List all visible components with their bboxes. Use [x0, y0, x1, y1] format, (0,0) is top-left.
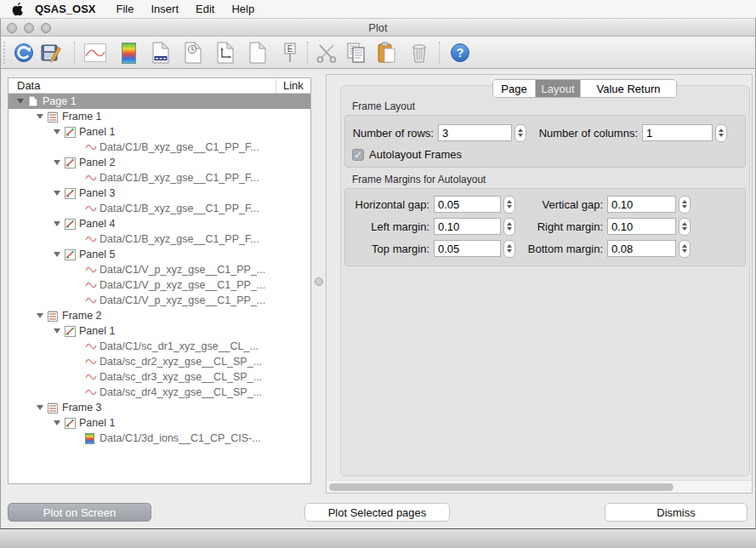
frame-icon — [48, 311, 62, 322]
tree-row[interactable]: Frame 3 — [9, 400, 310, 415]
tree-row[interactable]: Data/C1/B_xyz_gse__C1_PP_F... — [9, 170, 310, 186]
tree-row[interactable]: Page 1 — [9, 94, 310, 109]
tree-row[interactable]: Data/sc_dr4_xyz_gse__CL_SP_... — [9, 385, 310, 400]
tree-row[interactable]: Data/C1/V_p_xyz_gse__C1_PP_... — [9, 262, 310, 277]
tree-row[interactable]: Panel 3 — [9, 186, 310, 201]
add-blank-document-button[interactable] — [246, 41, 270, 65]
add-data-document-button[interactable] — [149, 41, 173, 65]
horizontal-scrollbar[interactable] — [327, 480, 752, 493]
rows-input[interactable] — [438, 124, 512, 141]
delete-button[interactable] — [407, 41, 431, 65]
menu-app-name[interactable]: QSAS_OSX — [35, 3, 96, 15]
columns-input[interactable] — [642, 124, 713, 141]
vertical-gap-input[interactable] — [607, 196, 676, 213]
menu-insert[interactable]: Insert — [142, 3, 187, 15]
bottom-margin-stepper[interactable] — [679, 240, 691, 258]
menu-help[interactable]: Help — [223, 3, 263, 15]
left-margin-input[interactable] — [434, 218, 501, 235]
tree-row[interactable]: Data/C1/V_p_xyz_gse__C1_PP_... — [9, 277, 310, 293]
cut-button[interactable] — [315, 41, 338, 65]
tree-row[interactable]: Panel 1 — [9, 415, 310, 431]
tree-row[interactable]: Panel 2 — [9, 155, 310, 170]
disclosure-triangle-icon[interactable] — [54, 191, 60, 196]
tab-page[interactable]: Page — [493, 80, 536, 97]
toolbar-drag-handle[interactable] — [3, 42, 5, 64]
dismiss-button[interactable]: Dismiss — [605, 503, 747, 522]
panel-icon — [65, 249, 79, 260]
tree-row[interactable]: Data/sc_dr3_xyz_gse__CL_SP_... — [9, 369, 310, 385]
tab-layout[interactable]: Layout — [536, 80, 581, 97]
tree-row-label: Panel 4 — [79, 218, 115, 230]
column-header-data[interactable]: Data — [17, 79, 40, 92]
tree-row[interactable]: Frame 1 — [9, 109, 310, 124]
apple-menu-icon[interactable] — [12, 3, 25, 16]
tree-row[interactable]: Panel 1 — [9, 124, 310, 140]
horizontal-gap-input[interactable] — [434, 196, 501, 213]
panel-icon — [65, 418, 79, 429]
horizontal-gap-stepper[interactable] — [503, 196, 515, 214]
tree-row[interactable]: Panel 1 — [9, 323, 310, 339]
vertical-gap-label: Vertical gap: — [515, 198, 607, 211]
disclosure-triangle-icon[interactable] — [17, 99, 24, 104]
disclosure-triangle-icon[interactable] — [37, 114, 43, 119]
scrollbar-thumb[interactable] — [329, 483, 674, 491]
save-button[interactable] — [39, 41, 63, 65]
disclosure-triangle-icon[interactable] — [54, 160, 60, 165]
rows-stepper[interactable] — [514, 124, 526, 142]
autolayout-checkbox[interactable]: ✓ — [352, 149, 364, 161]
title-bar[interactable]: Plot — [1, 19, 755, 37]
paste-button[interactable] — [375, 41, 399, 65]
page-icon — [28, 95, 43, 107]
tree-row[interactable]: Data/C1/B_xyz_gse__C1_PP_F... — [9, 231, 310, 247]
splitter-handle[interactable] — [315, 277, 323, 286]
add-axes-document-button[interactable] — [213, 41, 237, 65]
menu-file[interactable]: File — [108, 3, 143, 15]
tree-row[interactable]: Panel 5 — [9, 247, 310, 262]
tree-row[interactable]: Panel 4 — [9, 216, 310, 231]
plot-selected-pages-button[interactable]: Plot Selected pages — [304, 503, 450, 522]
tab-value-return[interactable]: Value Return — [581, 80, 676, 97]
bottom-margin-input[interactable] — [607, 240, 676, 257]
disclosure-triangle-icon[interactable] — [54, 328, 60, 334]
add-time-document-button[interactable] — [181, 41, 205, 65]
tree-row[interactable]: Data/sc_dr2_xyz_gse__CL_SP_... — [9, 354, 310, 369]
spectrogram-icon — [122, 43, 136, 64]
waveform-icon — [85, 281, 99, 289]
tree-row-label: Frame 2 — [62, 310, 102, 322]
help-button[interactable]: ? — [448, 41, 472, 65]
add-spectrogram-button[interactable] — [117, 41, 140, 65]
disclosure-triangle-icon[interactable] — [37, 313, 43, 318]
refresh-button[interactable] — [12, 41, 36, 65]
right-margin-input[interactable] — [607, 218, 676, 235]
menu-edit[interactable]: Edit — [187, 3, 223, 15]
disclosure-triangle-icon[interactable] — [54, 252, 60, 257]
vertical-gap-stepper[interactable] — [679, 196, 691, 214]
right-margin-stepper[interactable] — [679, 218, 691, 236]
tree-row[interactable]: Data/C1/V_p_xyz_gse__C1_PP_... — [9, 293, 310, 308]
column-header-link[interactable]: Link — [276, 79, 304, 94]
copy-button[interactable] — [344, 41, 368, 65]
frame-icon — [48, 111, 62, 123]
add-event-button[interactable]: E — [278, 41, 302, 65]
plot-on-screen-button[interactable]: Plot on Screen — [8, 503, 151, 522]
tree-row-label: Frame 1 — [62, 111, 102, 123]
tab-bar: Page Layout Value Return — [492, 79, 677, 98]
tree-row-label: Data/C1/B_xyz_gse__C1_PP_F... — [99, 172, 259, 184]
disclosure-triangle-icon[interactable] — [54, 221, 60, 226]
toolbar-separator — [439, 42, 440, 64]
disclosure-triangle-icon[interactable] — [54, 420, 60, 425]
tree-row[interactable]: Data/C1/3d_ions__C1_CP_CIS-... — [9, 431, 310, 446]
disclosure-triangle-icon[interactable] — [37, 405, 43, 410]
tree-row[interactable]: Data/C1/sc_dr1_xyz_gse__CL_... — [9, 339, 310, 354]
tree-row[interactable]: Data/C1/B_xyz_gse__C1_PP_F... — [9, 201, 310, 216]
left-margin-stepper[interactable] — [503, 218, 515, 236]
autolayout-label: Autolayout Frames — [369, 148, 462, 161]
top-margin-input[interactable] — [434, 240, 501, 257]
tree-row[interactable]: Frame 2 — [9, 308, 310, 323]
tree-row[interactable]: Data/C1/B_xyz_gse__C1_PP_F... — [9, 140, 310, 155]
columns-stepper[interactable] — [715, 124, 727, 142]
disclosure-triangle-icon[interactable] — [54, 129, 60, 134]
top-margin-stepper[interactable] — [503, 240, 515, 258]
waveform-icon — [85, 265, 99, 274]
add-line-plot-button[interactable] — [83, 41, 107, 65]
